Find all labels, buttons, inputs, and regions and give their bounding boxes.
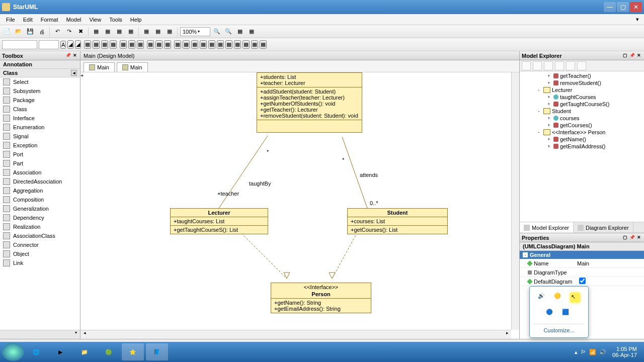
close-button[interactable]: ✕ (630, 2, 642, 12)
nav-button[interactable] (555, 61, 564, 70)
tree-item[interactable]: -<<Interface>> Person (521, 129, 643, 136)
align-button[interactable]: ▦ (84, 40, 91, 49)
tray-icon-highlighted[interactable]: ↖ (570, 293, 580, 303)
tool-item-object[interactable]: Object (0, 249, 80, 258)
font-combo[interactable] (2, 40, 37, 49)
up-button[interactable] (566, 61, 575, 70)
tool-item-realization[interactable]: Realization (0, 222, 80, 231)
font-color-button[interactable]: A (60, 41, 66, 49)
tab-model-explorer[interactable]: Model Explorer (520, 222, 574, 233)
tree-item[interactable]: +removeStudent() (521, 79, 643, 86)
layout-button[interactable]: ▦ (217, 40, 224, 49)
tool-item-exception[interactable]: Exception (0, 141, 80, 150)
network-icon[interactable]: 📶 (589, 349, 596, 355)
tree-item[interactable]: +taughtCourses (521, 94, 643, 101)
layout-button[interactable]: ▦ (191, 40, 198, 49)
expand-icon[interactable]: ◂ (71, 70, 77, 76)
tree-item[interactable]: +getTaughtCourseS() (521, 101, 643, 108)
tree-item[interactable]: -Lecturer (521, 86, 643, 94)
menu-view[interactable]: View (86, 16, 106, 24)
menu-tools[interactable]: Tools (105, 16, 126, 24)
tool-button[interactable]: ▦ (126, 27, 136, 37)
zoom-in-button[interactable]: 🔍 (223, 27, 233, 37)
menu-edit[interactable]: Edit (19, 16, 37, 24)
tool-item-package[interactable]: Package (0, 96, 80, 105)
sort-button[interactable] (522, 61, 531, 70)
flag-icon[interactable]: 🏳 (581, 349, 586, 355)
tool-item-associationclass[interactable]: AssociationClass (0, 231, 80, 240)
tool-item-link[interactable]: Link (0, 258, 80, 267)
tool-item-signal[interactable]: Signal (0, 132, 80, 141)
redo-button[interactable]: ↷ (64, 27, 74, 37)
diagram-tab[interactable]: Main (84, 62, 115, 72)
sort-button[interactable] (533, 61, 542, 70)
properties-category[interactable]: -General (520, 251, 644, 259)
menu-model[interactable]: Model (62, 16, 86, 24)
taskbar-staruml[interactable]: ⭐ (122, 343, 144, 360)
tool-item-aggregation[interactable]: Aggregation (0, 186, 80, 195)
property-row[interactable]: Name Main (520, 259, 644, 268)
tool-item-enumeration[interactable]: Enumeration (0, 123, 80, 132)
menu-file[interactable]: File (2, 16, 19, 24)
customize-link[interactable]: Customize... (534, 324, 584, 333)
close-icon[interactable]: ✕ (636, 235, 642, 241)
tree-item[interactable]: +courses (521, 115, 643, 122)
menu-overflow-icon[interactable]: ▾ (633, 16, 642, 23)
clock[interactable]: 1:05 PM 06-Apr-17 (609, 346, 640, 358)
minimize-button[interactable]: — (604, 2, 616, 12)
size-combo[interactable] (39, 40, 59, 49)
horizontal-scrollbar[interactable]: ◂▸ (80, 330, 511, 339)
toolbox-section-annotation[interactable]: Annotation (0, 60, 80, 69)
align-button[interactable]: ▦ (137, 40, 144, 49)
taskbar-explorer[interactable]: 📁 (73, 343, 96, 360)
layout-button[interactable]: ▦ (243, 40, 250, 49)
open-button[interactable]: 📂 (14, 27, 24, 37)
layout-button[interactable]: ▦ (174, 40, 181, 49)
tool-item-interface[interactable]: Interface (0, 114, 80, 123)
new-button[interactable]: 📄 (2, 27, 12, 37)
tree-item[interactable]: +getTeacher() (521, 72, 643, 79)
tree-item[interactable]: +getEmailAddress() (521, 143, 643, 150)
taskbar-ie[interactable]: 🌐 (25, 343, 47, 360)
pin-icon[interactable]: ▢ (622, 53, 628, 59)
layout-button[interactable]: ▦ (183, 40, 190, 49)
tool-item-subsystem[interactable]: Subsystem (0, 86, 80, 96)
uml-class-person[interactable]: <<Interface>> Person +getName(): String … (271, 283, 371, 313)
close-icon[interactable]: ✕ (72, 53, 78, 59)
vertical-scrollbar[interactable] (511, 72, 519, 330)
tool-item-port[interactable]: Port (0, 150, 80, 159)
tool-item-association[interactable]: Association (0, 168, 80, 177)
line-color-button[interactable]: ◢ (75, 40, 81, 49)
layout-button[interactable]: ▦ (225, 40, 232, 49)
save-button[interactable]: 💾 (25, 27, 35, 37)
tool-item-generalization[interactable]: Generalization (0, 204, 80, 213)
filter-button[interactable] (544, 61, 553, 70)
volume-icon[interactable]: 🔊 (599, 349, 606, 355)
maximize-button[interactable]: ▢ (617, 2, 629, 12)
default-diagram-checkbox[interactable] (579, 278, 586, 284)
pin-icon[interactable]: 📌 (65, 53, 71, 59)
tool-item-class[interactable]: Class (0, 105, 80, 114)
tray-icon[interactable]: 🟡 (554, 293, 564, 303)
toolbox-section-class[interactable]: Class ◂ (0, 69, 80, 77)
menu-format[interactable]: Format (37, 16, 62, 24)
diagram-canvas[interactable]: +students: List +teacher: Lecturer +addS… (80, 72, 519, 339)
align-button[interactable]: ▦ (128, 40, 135, 49)
close-icon[interactable]: ✕ (636, 53, 642, 59)
align-button[interactable]: ▦ (93, 40, 100, 49)
pin-icon[interactable]: 📌 (629, 235, 635, 241)
layout-button[interactable]: ▦ (155, 40, 163, 49)
uml-class-course[interactable]: +students: List +teacher: Lecturer +addS… (257, 72, 362, 133)
align-button[interactable]: ▦ (110, 40, 117, 49)
menu-help[interactable]: Help (126, 16, 146, 24)
model-tree[interactable]: +getTeacher()+removeStudent()-Lecturer+t… (520, 71, 644, 222)
tool-button[interactable]: ▦ (153, 27, 163, 37)
tool-item-directedassociation[interactable]: DirectedAssociation (0, 177, 80, 186)
delete-button[interactable]: ✖ (75, 27, 86, 37)
undo-button[interactable]: ↶ (52, 27, 62, 37)
layout-button[interactable]: ▦ (260, 40, 267, 49)
zoom-out-button[interactable]: 🔍 (212, 27, 222, 37)
tool-item-part[interactable]: Part (0, 159, 80, 168)
align-button[interactable]: ▦ (101, 40, 108, 49)
property-row[interactable]: DiagramType (520, 268, 644, 277)
